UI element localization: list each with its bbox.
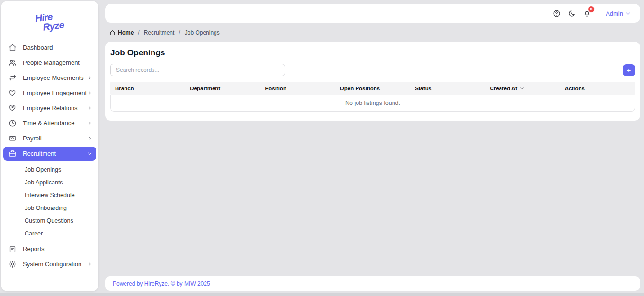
users-icon bbox=[9, 59, 17, 67]
plus-icon: + bbox=[627, 67, 631, 74]
sidebar-item-reports[interactable]: Reports bbox=[3, 242, 96, 257]
column-header-label: Open Positions bbox=[340, 86, 380, 91]
breadcrumb-home-link[interactable]: Home bbox=[109, 29, 134, 36]
column-header-branch: Branch bbox=[110, 86, 185, 91]
submenu-item-career[interactable]: Career bbox=[3, 227, 96, 240]
heart-handshake-icon bbox=[9, 104, 17, 112]
sidebar-item-employee-relations[interactable]: Employee Relations bbox=[3, 101, 96, 116]
table-controls: + bbox=[110, 64, 635, 76]
chevron-right-icon bbox=[87, 121, 92, 126]
add-job-opening-button[interactable]: + bbox=[623, 64, 635, 76]
column-header-label: Department bbox=[190, 86, 220, 91]
notification-count-badge: 8 bbox=[588, 6, 595, 13]
footer-text: Powered by HireRyze. © by MIW 2025 bbox=[113, 280, 210, 287]
submenu-item-label: Career bbox=[25, 230, 43, 237]
breadcrumb-current-page: Job Openings bbox=[185, 29, 220, 36]
recruitment-submenu: Job Openings Job Applicants Interview Sc… bbox=[3, 161, 96, 242]
briefcase-icon bbox=[9, 149, 17, 157]
column-header-actions: Actions bbox=[560, 86, 635, 91]
help-icon[interactable] bbox=[553, 9, 561, 17]
submenu-item-job-openings[interactable]: Job Openings bbox=[3, 164, 96, 176]
sidebar-item-label: Dashboard bbox=[23, 44, 92, 51]
footer: Powered by HireRyze. © by MIW 2025 bbox=[105, 276, 640, 291]
top-bar: 8 Admin bbox=[105, 4, 640, 23]
column-header-department: Department bbox=[185, 86, 260, 91]
page-title: Job Openings bbox=[110, 48, 635, 58]
column-header-position: Position bbox=[260, 86, 335, 91]
sidebar: Hire Ryze Dashboard People Management Em… bbox=[1, 1, 98, 291]
home-icon bbox=[109, 30, 116, 36]
sidebar-item-label: Payroll bbox=[23, 135, 87, 142]
column-header-label: Status bbox=[415, 86, 431, 91]
gear-icon bbox=[9, 260, 17, 268]
job-openings-card: Job Openings + Branch Department Positio… bbox=[105, 42, 640, 121]
admin-menu[interactable]: Admin bbox=[606, 10, 631, 17]
admin-label: Admin bbox=[606, 10, 623, 17]
home-icon bbox=[9, 44, 17, 52]
search-input[interactable] bbox=[110, 64, 285, 76]
empty-state-message: No job listings found. bbox=[345, 100, 400, 106]
banknote-icon bbox=[9, 134, 17, 142]
submenu-item-label: Job Applicants bbox=[25, 179, 63, 186]
column-header-status: Status bbox=[410, 86, 485, 91]
chevron-down-icon bbox=[626, 11, 631, 16]
sidebar-item-label: Time & Attendance bbox=[23, 120, 87, 127]
clock-icon bbox=[9, 119, 17, 127]
table-header-row: Branch Department Position Open Position… bbox=[110, 82, 635, 95]
column-header-created-at[interactable]: Created At bbox=[485, 86, 560, 91]
sidebar-item-label: Recruitment bbox=[23, 150, 87, 157]
chevron-down-icon bbox=[87, 151, 92, 156]
notifications-bell-icon[interactable]: 8 bbox=[583, 9, 591, 17]
column-header-label: Created At bbox=[490, 86, 517, 91]
sidebar-item-people-management[interactable]: People Management bbox=[3, 55, 96, 70]
sidebar-item-label: Employee Engagement bbox=[23, 89, 87, 96]
horizontal-scrollbar-track[interactable] bbox=[0, 293, 644, 296]
sidebar-item-label: Employee Movements bbox=[23, 74, 87, 81]
sidebar-item-label: People Management bbox=[23, 59, 92, 66]
breadcrumb-recruitment-link[interactable]: Recruitment bbox=[144, 29, 175, 36]
submenu-item-label: Job Openings bbox=[25, 166, 61, 173]
sidebar-item-dashboard[interactable]: Dashboard bbox=[3, 40, 96, 55]
column-header-label: Position bbox=[265, 86, 286, 91]
column-header-label: Branch bbox=[115, 86, 134, 91]
submenu-item-job-onboarding[interactable]: Job Onboarding bbox=[3, 202, 96, 215]
sidebar-item-label: System Configuration bbox=[23, 261, 87, 268]
logo-container: Hire Ryze bbox=[1, 1, 98, 38]
breadcrumb-home-label: Home bbox=[118, 29, 134, 36]
chevron-right-icon bbox=[87, 261, 92, 267]
submenu-item-custom-questions[interactable]: Custom Questions bbox=[3, 215, 96, 227]
transfer-arrows-icon bbox=[9, 74, 17, 82]
breadcrumb: Home / Recruitment / Job Openings bbox=[109, 29, 220, 36]
dark-mode-moon-icon[interactable] bbox=[568, 9, 576, 17]
sidebar-nav: Dashboard People Management Employee Mov… bbox=[1, 38, 98, 272]
table-empty-state: No job listings found. bbox=[110, 95, 635, 112]
chevron-right-icon bbox=[87, 136, 92, 141]
sidebar-item-label: Employee Relations bbox=[23, 104, 87, 112]
sidebar-item-system-configuration[interactable]: System Configuration bbox=[3, 257, 96, 272]
column-header-label: Actions bbox=[565, 86, 585, 91]
chevron-right-icon bbox=[87, 90, 92, 96]
hireryze-logo: Hire Ryze bbox=[35, 12, 64, 33]
sidebar-item-employee-engagement[interactable]: Employee Engagement bbox=[3, 86, 96, 101]
clipboard-report-icon bbox=[9, 245, 17, 253]
submenu-item-label: Custom Questions bbox=[25, 218, 73, 224]
submenu-item-label: Interview Schedule bbox=[25, 192, 75, 199]
chevron-right-icon bbox=[87, 75, 92, 80]
sidebar-item-time-attendance[interactable]: Time & Attendance bbox=[3, 116, 96, 131]
submenu-item-label: Job Onboarding bbox=[25, 205, 67, 211]
submenu-item-job-applicants[interactable]: Job Applicants bbox=[3, 176, 96, 189]
sidebar-item-recruitment[interactable]: Recruitment bbox=[3, 147, 96, 161]
breadcrumb-separator: / bbox=[179, 29, 180, 36]
column-header-open-positions: Open Positions bbox=[335, 86, 410, 91]
sidebar-item-label: Reports bbox=[23, 245, 92, 252]
chevron-right-icon bbox=[87, 105, 92, 111]
submenu-item-interview-schedule[interactable]: Interview Schedule bbox=[3, 189, 96, 202]
sidebar-item-payroll[interactable]: Payroll bbox=[3, 131, 96, 146]
sort-chevron-down-icon bbox=[519, 86, 524, 91]
sidebar-item-employee-movements[interactable]: Employee Movements bbox=[3, 70, 96, 86]
heart-icon bbox=[9, 89, 17, 97]
breadcrumb-separator: / bbox=[138, 29, 139, 36]
logo-line-2: Ryze bbox=[43, 21, 65, 31]
